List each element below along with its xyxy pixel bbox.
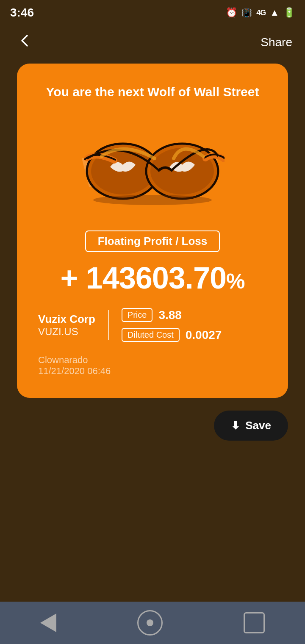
diluted-cost-label: Diluted Cost bbox=[122, 328, 180, 342]
price-value: 3.88 bbox=[158, 308, 182, 322]
profit-number: + 143603.70% bbox=[34, 261, 271, 295]
status-time: 3:46 bbox=[10, 6, 34, 19]
4g-signal-icon: 4G bbox=[256, 8, 266, 17]
card-title: You are the next Wolf of Wall Street bbox=[34, 85, 271, 99]
bottom-nav bbox=[0, 602, 305, 644]
nav-home-button[interactable] bbox=[137, 610, 163, 636]
profit-percent: % bbox=[226, 269, 244, 293]
stock-ticker: VUZI.US bbox=[38, 326, 95, 338]
card: You are the next Wolf of Wall Street WOL… bbox=[17, 64, 288, 398]
alarm-icon: ⏰ bbox=[226, 7, 237, 18]
floating-pl-label: Floating Profit / Loss bbox=[85, 230, 220, 252]
signal-bars-icon: ▲ bbox=[270, 7, 279, 18]
nav-back-icon bbox=[40, 613, 56, 632]
save-button-container: ⬇ Save bbox=[0, 398, 305, 441]
card-container: You are the next Wolf of Wall Street WOL… bbox=[0, 64, 305, 398]
svg-point-4 bbox=[93, 195, 212, 205]
save-icon: ⬇ bbox=[231, 419, 240, 432]
top-nav: Share bbox=[0, 25, 305, 59]
divider-line bbox=[108, 310, 109, 340]
cost-row: Diluted Cost 0.0027 bbox=[122, 328, 222, 342]
status-icons: ⏰ 📳 4G ▲ 🔋 bbox=[226, 7, 295, 18]
profit-value: + 143603.70 bbox=[61, 261, 226, 295]
glasses-illustration bbox=[34, 112, 271, 222]
share-button[interactable]: Share bbox=[261, 36, 292, 49]
nav-recent-icon bbox=[244, 612, 265, 633]
vibrate-icon: 📳 bbox=[241, 8, 252, 18]
nav-home-icon bbox=[137, 610, 163, 636]
back-button[interactable] bbox=[13, 29, 36, 56]
save-label: Save bbox=[245, 419, 271, 432]
floating-pl-badge: Floating Profit / Loss bbox=[34, 230, 271, 252]
nav-recent-button[interactable] bbox=[244, 612, 265, 633]
save-button[interactable]: ⬇ Save bbox=[214, 411, 288, 441]
stock-right: Price 3.88 Diluted Cost 0.0027 bbox=[122, 308, 222, 342]
stock-left: Vuzix Corp VUZI.US bbox=[38, 313, 108, 338]
stock-info-row: Vuzix Corp VUZI.US Price 3.88 Diluted Co… bbox=[34, 308, 271, 342]
status-bar: 3:46 ⏰ 📳 4G ▲ 🔋 bbox=[0, 0, 305, 25]
price-label: Price bbox=[122, 308, 153, 322]
username: Clownarado bbox=[38, 355, 267, 366]
battery-icon: 🔋 bbox=[283, 7, 295, 18]
price-row: Price 3.88 bbox=[122, 308, 222, 322]
cost-value: 0.0027 bbox=[186, 328, 222, 342]
user-info: Clownarado 11/21/2020 06:46 bbox=[34, 355, 271, 377]
nav-back-button[interactable] bbox=[40, 613, 56, 632]
datetime: 11/21/2020 06:46 bbox=[38, 366, 267, 377]
stock-name: Vuzix Corp bbox=[38, 313, 95, 326]
